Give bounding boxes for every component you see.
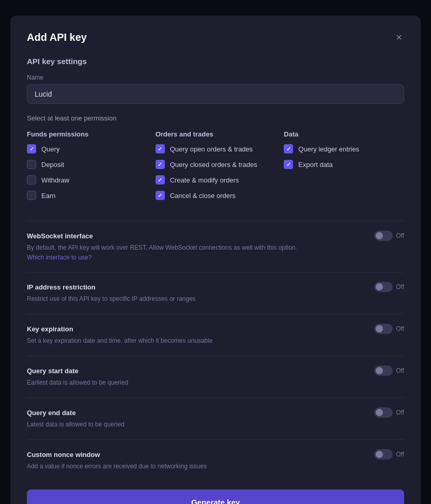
perm-query-ledger-checkbox[interactable]: ✓ (284, 144, 293, 154)
nonce-window-description: Add a value if nonce errors are received… (27, 462, 347, 471)
ip-toggle-track[interactable] (374, 282, 393, 292)
perm-earn-checkbox[interactable] (27, 191, 36, 200)
nonce-toggle-track[interactable] (374, 449, 393, 460)
query-start-toggle-label: Off (396, 367, 404, 374)
separator-1 (27, 272, 404, 272)
add-api-key-modal: Add API key × API key settings Name Sele… (10, 16, 421, 504)
separator-4 (27, 398, 404, 398)
close-button[interactable]: × (394, 30, 404, 44)
websocket-toggle-thumb (376, 232, 383, 239)
perm-export-data-checkbox[interactable]: ✓ (284, 160, 293, 169)
separator-3 (27, 356, 404, 356)
orders-trades-column-title: Orders and trades (156, 130, 276, 138)
query-start-toggle-track[interactable] (374, 365, 393, 376)
toggle-websocket-row: WebSocket interface Off (27, 231, 404, 241)
perm-query[interactable]: ✓ Query (27, 144, 147, 154)
perm-withdraw-label: Withdraw (41, 176, 69, 184)
perm-create-modify-label: Create & modify orders (170, 176, 239, 184)
websocket-toggle-label: Off (396, 232, 404, 239)
query-end-toggle-label: Off (396, 409, 404, 416)
perm-deposit-checkbox[interactable] (27, 160, 36, 169)
separator-2 (27, 314, 404, 314)
nonce-toggle-thumb (376, 451, 383, 458)
query-end-toggle-thumb (376, 409, 383, 416)
data-column-title: Data (284, 130, 404, 138)
ip-toggle-label: Off (396, 283, 404, 291)
ip-restriction-description: Restrict use of this API key to specific… (27, 294, 347, 303)
perm-export-data-label: Export data (298, 161, 333, 169)
perm-query-checkbox[interactable]: ✓ (27, 144, 36, 154)
perm-query-ledger-label: Query ledger entries (298, 145, 359, 153)
query-end-toggle-switch[interactable]: Off (374, 407, 404, 418)
nonce-window-title: Custom nonce window (27, 451, 100, 459)
key-expiration-title: Key expiration (27, 325, 73, 333)
toggle-query-end: Query end date Off Latest data is allowe… (27, 407, 404, 429)
query-start-toggle-thumb (376, 367, 383, 374)
nonce-toggle-label: Off (396, 451, 404, 458)
perm-cancel-close-label: Cancel & close orders (170, 192, 236, 200)
perm-earn-label: Earn (41, 192, 55, 200)
toggle-query-end-row: Query end date Off (27, 407, 404, 418)
expiration-toggle-switch[interactable]: Off (374, 324, 404, 334)
query-end-toggle-track[interactable] (374, 407, 393, 418)
websocket-toggle-track[interactable] (374, 231, 393, 241)
funds-permissions-column: Funds permissions ✓ Query Deposit Withdr… (27, 130, 147, 206)
ip-toggle-thumb (376, 283, 383, 291)
perm-earn[interactable]: Earn (27, 191, 147, 200)
ip-restriction-title: IP address restriction (27, 283, 96, 291)
websocket-link[interactable]: Which interface to use? (27, 254, 91, 261)
funds-column-title: Funds permissions (27, 130, 147, 138)
modal-header: Add API key × (27, 30, 404, 44)
data-column: Data ✓ Query ledger entries ✓ Export dat… (284, 130, 404, 206)
perm-cancel-close-checkbox[interactable]: ✓ (156, 191, 165, 200)
perm-query-label: Query (41, 145, 59, 153)
websocket-description: By default, the API key will work over R… (27, 243, 347, 252)
permissions-header: Select at least one permission (27, 114, 404, 122)
toggle-nonce-row: Custom nonce window Off (27, 449, 404, 460)
perm-query-closed-orders[interactable]: ✓ Query closed orders & trades (156, 160, 276, 169)
separator-5 (27, 439, 404, 440)
perm-create-modify-checkbox[interactable]: ✓ (156, 175, 165, 185)
ip-toggle-switch[interactable]: Off (374, 282, 404, 292)
expiration-toggle-thumb (376, 325, 383, 332)
toggle-key-expiration: Key expiration Off Set a key expiration … (27, 324, 404, 345)
toggle-query-start: Query start date Off Earliest data is al… (27, 365, 404, 387)
perm-query-closed-orders-label: Query closed orders & trades (170, 161, 257, 169)
toggle-query-start-row: Query start date Off (27, 365, 404, 376)
generate-key-button[interactable]: Generate key (27, 490, 404, 504)
toggle-key-expiration-row: Key expiration Off (27, 324, 404, 334)
query-end-description: Latest data is allowed to be queried (27, 420, 347, 429)
perm-deposit-label: Deposit (41, 161, 64, 169)
name-input[interactable] (27, 84, 404, 104)
nonce-toggle-switch[interactable]: Off (374, 449, 404, 460)
perm-withdraw-checkbox[interactable] (27, 175, 36, 185)
modal-title: Add API key (27, 32, 87, 43)
websocket-toggle-switch[interactable]: Off (374, 231, 404, 241)
toggle-websocket: WebSocket interface Off By default, the … (27, 231, 404, 262)
perm-deposit[interactable]: Deposit (27, 160, 147, 169)
perm-create-modify-orders[interactable]: ✓ Create & modify orders (156, 175, 276, 185)
expiration-toggle-track[interactable] (374, 324, 393, 334)
toggle-ip-row: IP address restriction Off (27, 282, 404, 292)
perm-withdraw[interactable]: Withdraw (27, 175, 147, 185)
name-field-container: Name (27, 74, 404, 104)
query-start-toggle-switch[interactable]: Off (374, 365, 404, 376)
perm-cancel-close-orders[interactable]: ✓ Cancel & close orders (156, 191, 276, 200)
query-start-title: Query start date (27, 367, 79, 375)
query-end-title: Query end date (27, 409, 76, 417)
settings-section: API key settings Name Select at least on… (27, 57, 404, 504)
orders-trades-column: Orders and trades ✓ Query open orders & … (156, 130, 276, 206)
perm-query-open-orders-checkbox[interactable]: ✓ (156, 144, 165, 154)
perm-query-closed-orders-checkbox[interactable]: ✓ (156, 160, 165, 169)
perm-query-open-orders-label: Query open orders & trades (170, 145, 253, 153)
separator-0 (27, 221, 404, 221)
name-label: Name (27, 74, 404, 81)
toggle-ip-restriction: IP address restriction Off Restrict use … (27, 282, 404, 303)
toggle-nonce-window: Custom nonce window Off Add a value if n… (27, 449, 404, 471)
query-start-description: Earliest data is allowed to be queried (27, 378, 347, 387)
perm-export-data[interactable]: ✓ Export data (284, 160, 404, 169)
perm-query-ledger[interactable]: ✓ Query ledger entries (284, 144, 404, 154)
websocket-title: WebSocket interface (27, 232, 93, 240)
perm-query-open-orders[interactable]: ✓ Query open orders & trades (156, 144, 276, 154)
key-expiration-description: Set a key expiration date and time, afte… (27, 336, 347, 345)
